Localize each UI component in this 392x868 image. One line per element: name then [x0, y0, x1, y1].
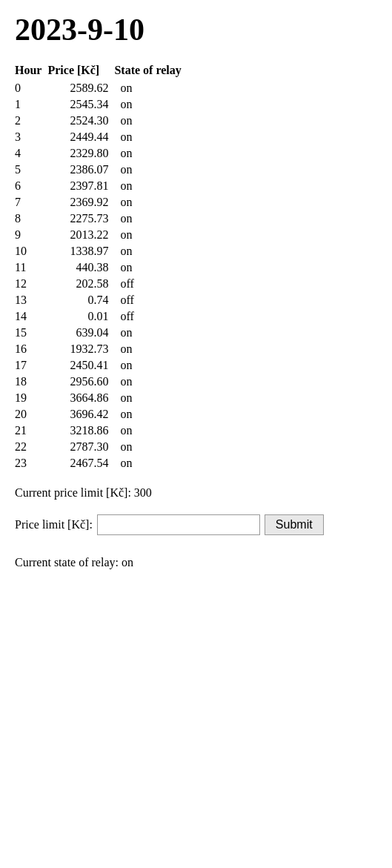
cell-state: on [114, 357, 188, 374]
table-row: 193664.86on [15, 390, 188, 406]
cell-hour: 20 [15, 406, 47, 423]
cell-state: on [114, 423, 188, 439]
table-row: 72369.92on [15, 194, 188, 211]
cell-state: on [114, 341, 188, 357]
cell-price: 0.01 [47, 308, 114, 325]
cell-hour: 17 [15, 357, 47, 374]
cell-hour: 15 [15, 325, 47, 341]
cell-hour: 8 [15, 211, 47, 227]
hourly-table: Hour Price [Kč] State of relay 02589.62o… [15, 62, 188, 471]
cell-price: 2956.60 [47, 374, 114, 390]
cell-hour: 2 [15, 113, 47, 129]
cell-price: 3218.86 [47, 423, 114, 439]
cell-price: 2450.41 [47, 357, 114, 374]
cell-state: off [114, 308, 188, 325]
table-row: 12545.34on [15, 96, 188, 113]
cell-state: on [114, 211, 188, 227]
price-limit-label: Price limit [Kč]: [15, 518, 93, 531]
cell-price: 2787.30 [47, 439, 114, 455]
cell-hour: 14 [15, 308, 47, 325]
table-row: 52386.07on [15, 162, 188, 178]
table-row: 32449.44on [15, 129, 188, 145]
cell-price: 2449.44 [47, 129, 114, 145]
table-row: 232467.54on [15, 455, 188, 471]
table-row: 22524.30on [15, 113, 188, 129]
cell-hour: 7 [15, 194, 47, 211]
cell-price: 0.74 [47, 292, 114, 308]
cell-price: 639.04 [47, 325, 114, 341]
cell-state: on [114, 113, 188, 129]
price-limit-input[interactable] [97, 514, 260, 535]
cell-price: 2013.22 [47, 227, 114, 243]
relay-state-info: Current state of relay: on [15, 556, 377, 569]
cell-hour: 18 [15, 374, 47, 390]
cell-price: 202.58 [47, 276, 114, 292]
cell-price: 3664.86 [47, 390, 114, 406]
cell-price: 440.38 [47, 259, 114, 276]
cell-state: on [114, 243, 188, 259]
table-row: 82275.73on [15, 211, 188, 227]
cell-hour: 4 [15, 145, 47, 162]
cell-state: on [114, 194, 188, 211]
current-price-limit-value: 300 [134, 486, 152, 499]
table-row: 172450.41on [15, 357, 188, 374]
cell-state: off [114, 292, 188, 308]
cell-hour: 19 [15, 390, 47, 406]
cell-hour: 1 [15, 96, 47, 113]
table-row: 101338.97on [15, 243, 188, 259]
cell-state: on [114, 439, 188, 455]
cell-state: on [114, 227, 188, 243]
cell-price: 2329.80 [47, 145, 114, 162]
cell-price: 2589.62 [47, 80, 114, 96]
price-limit-form: Price limit [Kč]: Submit [15, 514, 377, 535]
cell-price: 2545.34 [47, 96, 114, 113]
cell-state: on [114, 80, 188, 96]
cell-hour: 23 [15, 455, 47, 471]
cell-state: on [114, 96, 188, 113]
cell-price: 1932.73 [47, 341, 114, 357]
cell-hour: 16 [15, 341, 47, 357]
cell-hour: 10 [15, 243, 47, 259]
cell-hour: 6 [15, 178, 47, 194]
cell-hour: 21 [15, 423, 47, 439]
cell-price: 2397.81 [47, 178, 114, 194]
cell-price: 2369.92 [47, 194, 114, 211]
table-row: 42329.80on [15, 145, 188, 162]
cell-state: on [114, 325, 188, 341]
table-row: 02589.62on [15, 80, 188, 96]
submit-button[interactable]: Submit [265, 514, 324, 535]
cell-hour: 0 [15, 80, 47, 96]
cell-state: on [114, 406, 188, 423]
cell-price: 3696.42 [47, 406, 114, 423]
cell-hour: 22 [15, 439, 47, 455]
col-header-hour: Hour [15, 62, 47, 80]
table-row: 130.74off [15, 292, 188, 308]
table-row: 182956.60on [15, 374, 188, 390]
col-header-state: State of relay [114, 62, 188, 80]
cell-state: on [114, 145, 188, 162]
cell-price: 2275.73 [47, 211, 114, 227]
cell-hour: 13 [15, 292, 47, 308]
cell-state: on [114, 162, 188, 178]
cell-state: on [114, 455, 188, 471]
table-row: 62397.81on [15, 178, 188, 194]
table-row: 15639.04on [15, 325, 188, 341]
relay-state-value: on [122, 556, 133, 569]
table-row: 203696.42on [15, 406, 188, 423]
col-header-price: Price [Kč] [47, 62, 114, 80]
cell-price: 2386.07 [47, 162, 114, 178]
cell-state: off [114, 276, 188, 292]
cell-price: 1338.97 [47, 243, 114, 259]
current-price-limit: Current price limit [Kč]: 300 [15, 486, 377, 500]
cell-hour: 9 [15, 227, 47, 243]
page-title: 2023-9-10 [15, 12, 377, 47]
cell-state: on [114, 259, 188, 276]
table-row: 12202.58off [15, 276, 188, 292]
cell-hour: 12 [15, 276, 47, 292]
table-row: 140.01off [15, 308, 188, 325]
cell-hour: 5 [15, 162, 47, 178]
table-row: 213218.86on [15, 423, 188, 439]
current-price-limit-label: Current price limit [Kč]: [15, 486, 131, 499]
table-row: 92013.22on [15, 227, 188, 243]
table-row: 161932.73on [15, 341, 188, 357]
